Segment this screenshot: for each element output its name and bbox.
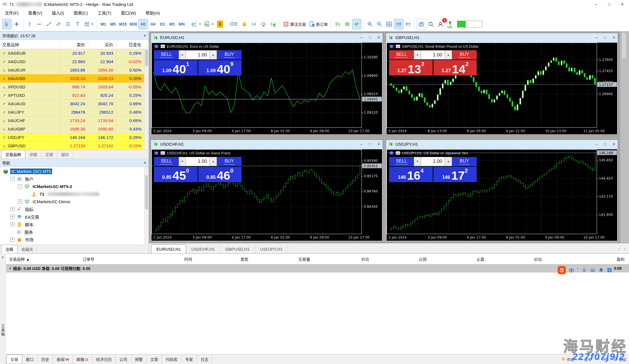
close-icon[interactable]: ✕: [1, 256, 4, 259]
sogou-logo-icon[interactable]: S: [558, 266, 566, 274]
sell-price-box[interactable]: 146164: [389, 167, 433, 182]
timeframe-d1-button[interactable]: D1: [158, 19, 167, 29]
minimize-icon[interactable]: ─: [360, 35, 363, 40]
horizontal-line-button[interactable]: [35, 19, 44, 29]
timeframe-m30-button[interactable]: M30: [128, 19, 138, 29]
microphone-icon[interactable]: [582, 267, 587, 273]
tab-scroll-left-icon[interactable]: ‹: [619, 246, 620, 252]
market-watch-row-xpdusd[interactable]: ↘XPDUSD998.741003.64-0.05%: [0, 83, 149, 91]
navigator-header[interactable]: 导航 ✕: [0, 159, 149, 167]
volume-input[interactable]: 1.00: [421, 157, 445, 166]
volume-increase-button[interactable]: ▲: [445, 157, 452, 166]
quotes-table-icon[interactable]: [389, 151, 394, 155]
menu-item-2[interactable]: 插入(I): [47, 9, 69, 17]
maximize-icon[interactable]: □: [369, 35, 371, 40]
market-watch-row-xauusd[interactable]: ↘XAUUSD2028.332028.530.20%: [0, 74, 149, 83]
zoom-in-button[interactable]: [365, 19, 375, 29]
chart-window-titlebar-gbpusd[interactable]: GBPUSD,H1─□✕: [386, 33, 618, 42]
navigator-item-8[interactable]: 服务: [0, 228, 149, 236]
chart-shift-button[interactable]: [403, 19, 413, 29]
maximize-button[interactable]: □: [603, 0, 616, 8]
close-button[interactable]: ✕: [616, 0, 629, 8]
minimize-icon[interactable]: ─: [595, 142, 598, 146]
menu-item-3[interactable]: 图表(C): [69, 9, 93, 17]
community-button[interactable]: 1: [436, 19, 445, 29]
mini-chart-icon[interactable]: [396, 151, 400, 155]
toolbox-column-5[interactable]: 价位: [313, 256, 372, 262]
quotes-table-icon[interactable]: [154, 44, 159, 49]
market-watch-header[interactable]: 市场报价: 15:57:26 ✕: [0, 31, 149, 40]
mini-chart-icon[interactable]: [160, 151, 165, 155]
expand-toggle-icon[interactable]: +: [10, 237, 15, 242]
bottom-tab-9[interactable]: 代码库: [162, 354, 181, 364]
market-watch-row-usdjpy[interactable]: ↗USDJPY146.164146.1720.28%: [0, 133, 149, 142]
navigator-tab-1[interactable]: 收藏夹: [17, 245, 37, 253]
ide-button[interactable]: IDE: [228, 19, 240, 29]
status-item-2[interactable]: VPS: [596, 357, 609, 362]
navigator-item-5[interactable]: +指标: [0, 205, 149, 213]
expand-toggle-icon[interactable]: −: [10, 177, 15, 181]
timeframe-mn-button[interactable]: MN: [177, 19, 186, 29]
market-watch-tab-3[interactable]: 报价: [57, 150, 73, 159]
navigator-item-4[interactable]: +ICMarketsSC-Demo: [0, 198, 149, 205]
market-watch-row-xaugbp[interactable]: ↘XAUGBP1595.301595.600.43%: [0, 125, 149, 133]
bottom-tab-4[interactable]: 邮箱11: [73, 354, 92, 364]
buy-button[interactable]: BUY: [217, 50, 242, 59]
close-icon[interactable]: ✕: [377, 35, 380, 40]
sell-button[interactable]: SELL: [389, 50, 414, 59]
bar-chart-button[interactable]: [333, 19, 342, 29]
timeframe-h1-button[interactable]: H1: [138, 19, 148, 29]
menu-item-0[interactable]: 文件(F): [0, 9, 23, 17]
market-depth-button[interactable]: ▼: [203, 19, 215, 29]
bottom-tab-1[interactable]: 敞口: [22, 354, 38, 364]
indicator-list-button[interactable]: ▼: [190, 19, 203, 29]
market-watch-row-xauaud[interactable]: ↗XAUAUD3042.243042.700.69%: [0, 100, 149, 108]
menu-item-4[interactable]: 工具(T): [93, 9, 116, 17]
workspace-scrollbar[interactable]: [620, 31, 629, 243]
volume-decrease-button[interactable]: ▼: [179, 50, 186, 59]
market-watch-tab-2[interactable]: 交易: [41, 150, 57, 159]
close-icon[interactable]: ✕: [612, 142, 616, 146]
sell-price-box[interactable]: 1.27133: [389, 60, 433, 75]
quotes-table-icon[interactable]: [389, 44, 394, 49]
market-watch-row-xagusd[interactable]: ↗XAGUSD22.88322.904-0.02%: [0, 58, 149, 66]
screenshot-button[interactable]: [417, 19, 426, 29]
expand-toggle-icon[interactable]: +: [18, 200, 22, 204]
column-symbol[interactable]: 交易品种: [0, 42, 60, 47]
volume-increase-button[interactable]: ▲: [210, 50, 217, 59]
expand-toggle-icon[interactable]: +: [10, 215, 15, 219]
chart-tab-3[interactable]: USDJPY,H1: [255, 245, 288, 253]
maximize-icon[interactable]: □: [604, 35, 606, 40]
minimize-button[interactable]: ─: [589, 0, 603, 8]
channel-button[interactable]: [54, 19, 63, 29]
toolbox-column-0[interactable]: 交易品种 ▲: [6, 256, 80, 262]
market-watch-row-xauchf[interactable]: ↘XAUCHF1733.241733.540.65%: [0, 116, 149, 125]
toolbox-column-4[interactable]: 交易量: [251, 256, 313, 262]
ime-grid-icon[interactable]: [607, 267, 612, 273]
vertical-line-button[interactable]: [25, 19, 35, 29]
market-watch-row-xaueur[interactable]: ↘XAUEUR1853.861854.300.50%: [0, 66, 149, 74]
broadcast-add-button[interactable]: [268, 19, 278, 29]
line-chart-button[interactable]: [352, 19, 362, 29]
close-icon[interactable]: ✕: [144, 34, 146, 38]
navigator-item-1[interactable]: −账户: [0, 175, 149, 183]
fibonacci-button[interactable]: [63, 19, 73, 29]
chart-tab-0[interactable]: EURUSD,H1: [151, 244, 186, 253]
text-tool-button[interactable]: T: [73, 19, 82, 29]
timeframe-m5-button[interactable]: M5: [108, 19, 118, 29]
buy-price-box[interactable]: 1.27142: [433, 60, 477, 75]
toolbox-column-9[interactable]: 盈利: [545, 256, 629, 262]
bottom-tab-10[interactable]: 专家: [181, 354, 197, 364]
toolbox-column-2[interactable]: 时间: [136, 256, 195, 262]
volume-decrease-button[interactable]: ▼: [414, 50, 421, 59]
market-watch-scrollbar[interactable]: [144, 49, 149, 150]
maximize-icon[interactable]: □: [604, 142, 606, 146]
volume-increase-button[interactable]: ▲: [445, 50, 452, 59]
bottom-tab-2[interactable]: 历史: [38, 354, 53, 364]
volume-input[interactable]: 1.00: [421, 50, 445, 59]
expand-toggle-icon[interactable]: +: [10, 222, 15, 226]
chart-window-titlebar-eurusd[interactable]: EURUSD,H1─□✕: [151, 33, 383, 42]
close-icon[interactable]: ✕: [612, 35, 616, 40]
tab-scroll-right-icon[interactable]: ›: [624, 246, 626, 252]
bottom-tab-7[interactable]: 预警: [131, 354, 147, 364]
